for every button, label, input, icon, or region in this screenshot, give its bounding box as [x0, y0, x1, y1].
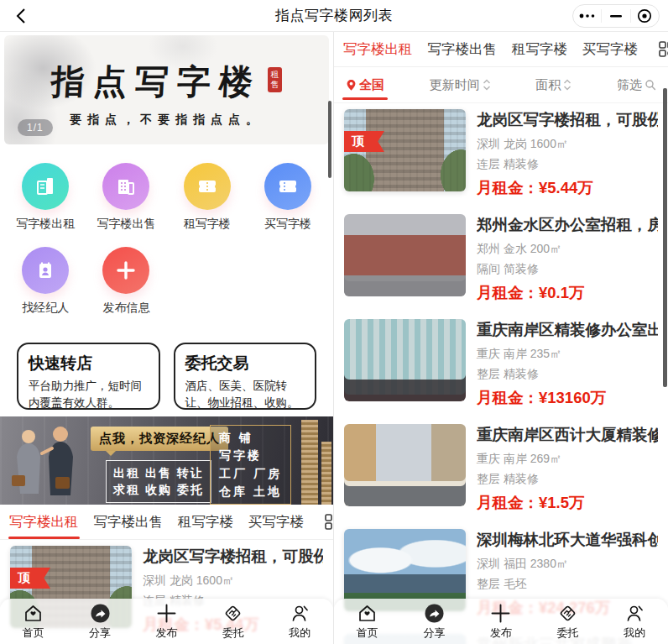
tabbar-label: 分享 [89, 626, 111, 641]
gold-tower-graphic [321, 442, 331, 505]
filter-update-time[interactable]: 更新时间 [430, 67, 491, 102]
profile-icon [624, 603, 645, 624]
businessmen-illustration [5, 423, 89, 500]
listing-meta: 深圳 福田 2380㎡ [477, 557, 658, 572]
tabbar-share[interactable]: 分享 [66, 599, 133, 644]
tab-office-rent[interactable]: 写字楼出租 [2, 513, 86, 531]
tabbar-entrust[interactable]: 委托 [200, 599, 266, 644]
quick-icon-rent-office[interactable]: 租写字楼 [167, 163, 248, 232]
scrollbar-left[interactable] [328, 101, 331, 178]
scrollbar-right[interactable] [663, 88, 667, 387]
quick-icon-label: 租写字楼 [184, 217, 231, 232]
ad-category: 工厂 厂房 [219, 465, 282, 483]
tab-office-rent[interactable]: 写字楼出租 [336, 40, 420, 59]
quick-icon-publish-info[interactable]: 发布信息 [86, 247, 166, 316]
tabbar-label: 发布 [490, 626, 512, 641]
listing-price: 月租金：¥0.1万 [477, 282, 658, 303]
entrust-handshake-icon [557, 603, 578, 624]
quick-icon-office-sale[interactable]: 写字楼出售 [86, 163, 166, 232]
list-panel: 写字楼出租 写字楼出售 租写字楼 买写字楼 全国 更新时间 [334, 32, 668, 644]
promo-desc: 酒店、医美、医院转让、物业招租、收购。 [185, 378, 305, 411]
home-panel: 指点写字楼 租售 要指点，不要指指点点。 1/1 写字楼出租 [0, 32, 334, 644]
promo-card-entrust-trade[interactable]: 委托交易 酒店、医美、医院转让、物业招租、收购。 [174, 343, 317, 410]
tabbar-profile[interactable]: 我的 [601, 599, 668, 644]
listing-meta: 深圳 龙岗 1600㎡ [477, 137, 658, 152]
minimize-icon[interactable] [605, 7, 627, 25]
page-title: 指点写字楼网列表 [0, 6, 668, 25]
home-icon [357, 603, 378, 624]
category-tabs-right: 写字楼出租 写字楼出售 租写字楼 买写字楼 [334, 32, 668, 67]
listing-item[interactable]: 重庆南岸区西计大厦精装修… 重庆 南岸 269㎡ 整层 精装修 月租金：¥1.5… [334, 424, 668, 513]
promo-card-quick-transfer[interactable]: 快速转店 平台助力推广，短时间内覆盖有效人群。 [17, 343, 160, 410]
tab-buy-office[interactable]: 买写字楼 [241, 513, 311, 531]
listing-tags: 隔间 简装修 [477, 262, 658, 277]
tabbar-label: 发布 [156, 626, 178, 641]
search-icon [645, 79, 656, 91]
tabbar-publish[interactable]: 发布 [133, 599, 200, 644]
quick-icon-find-agent[interactable]: 找经纪人 [5, 247, 86, 316]
listing-meta: 深圳 龙岗 1600㎡ [143, 573, 323, 589]
buy-office-icon [264, 163, 311, 210]
tabbar-publish[interactable]: 发布 [467, 599, 535, 644]
all-categories-icon[interactable] [325, 512, 334, 532]
close-icon[interactable] [634, 7, 655, 25]
quick-icon-label: 发布信息 [102, 301, 149, 316]
listing-photo: 顶 [344, 109, 466, 191]
filter-bar: 全国 更新时间 面积 筛选 [334, 67, 668, 103]
share-icon [424, 603, 445, 624]
office-rent-icon [22, 163, 69, 210]
tabbar-label: 委托 [557, 626, 579, 641]
tab-rent-office[interactable]: 租写字楼 [170, 513, 241, 531]
more-menu-icon[interactable] [577, 7, 598, 25]
tabbar-entrust[interactable]: 委托 [535, 599, 602, 644]
tabbar-home[interactable]: 首页 [0, 599, 66, 644]
filter-region[interactable]: 全国 [346, 67, 384, 102]
promo-title: 快速转店 [29, 353, 149, 374]
tabbar-home[interactable]: 首页 [334, 599, 401, 644]
sort-arrows-icon [563, 79, 571, 91]
listing-photo [344, 319, 466, 401]
tab-rent-office[interactable]: 租写字楼 [504, 40, 575, 59]
gold-tower-graphic [301, 420, 318, 505]
quick-icon-label: 写字楼出租 [16, 217, 75, 232]
quick-icon-buy-office[interactable]: 买写字楼 [248, 163, 328, 232]
listing-title: 深圳梅林北环大道华强科创… [477, 529, 658, 550]
tab-buy-office[interactable]: 买写字楼 [575, 40, 645, 59]
share-icon [90, 603, 111, 624]
tabbar-label: 我的 [289, 626, 311, 641]
agent-ad-banner[interactable]: 点我，找资深经纪人 出租 出售 转让 求租 收购 委托 商 铺 写字楼 工厂 厂… [0, 416, 333, 505]
listing-tags: 整层 毛坯 [477, 577, 658, 592]
navbar: 指点写字楼网列表 [0, 0, 668, 32]
ad-category: 写字楼 [219, 447, 282, 464]
all-categories-icon[interactable] [659, 39, 668, 60]
quick-icon-office-rent[interactable]: 写字楼出租 [5, 163, 86, 232]
tabbar-label: 首页 [357, 626, 378, 641]
ad-services-box: 出租 出售 转让 求租 收购 委托 [106, 460, 211, 503]
capsule-divider [601, 9, 602, 23]
hero-banner[interactable]: 指点写字楼 租售 要指点，不要指指点点。 1/1 [4, 35, 329, 144]
ad-categories-box: 商 铺 写字楼 工厂 厂房 仓库 土地 [210, 425, 291, 505]
ad-service-line: 出租 出售 转让 [113, 464, 204, 481]
tab-office-sale[interactable]: 写字楼出售 [420, 40, 505, 59]
promo-desc: 平台助力推广，短时间内覆盖有效人群。 [29, 378, 149, 411]
hero-calligraphy-title: 指点写字楼 [50, 59, 263, 105]
profile-icon [290, 603, 311, 624]
carousel-page-indicator: 1/1 [18, 119, 53, 136]
tab-office-sale[interactable]: 写字楼出售 [86, 513, 171, 531]
listing-item[interactable]: 重庆南岸区精装修办公室出… 重庆 南岸 235㎡ 整层 精装修 月租金：¥131… [334, 319, 668, 408]
tabbar-share[interactable]: 分享 [401, 599, 468, 644]
entrust-handshake-icon [222, 603, 243, 624]
filter-more[interactable]: 筛选 [617, 67, 656, 102]
listing-list-right: 顶 龙岗区写字楼招租，可股份… 深圳 龙岗 1600㎡ 连层 精装修 月租金：¥… [334, 103, 668, 644]
filter-label: 筛选 [617, 77, 642, 93]
promo-cards: 快速转店 平台助力推广，短时间内覆盖有效人群。 委托交易 酒店、医美、医院转让、… [0, 331, 333, 410]
tabbar-label: 首页 [23, 626, 44, 641]
tabbar-profile[interactable]: 我的 [267, 599, 333, 644]
listing-item[interactable]: 郑州金水区办公室招租，房… 郑州 金水 200㎡ 隔间 简装修 月租金：¥0.1… [334, 214, 668, 303]
filter-area[interactable]: 面积 [535, 67, 571, 102]
listing-title: 郑州金水区办公室招租，房… [477, 214, 658, 235]
listing-title: 龙岗区写字楼招租，可股份… [477, 109, 658, 130]
publish-plus-icon [490, 603, 511, 624]
listing-item[interactable]: 顶 龙岗区写字楼招租，可股份… 深圳 龙岗 1600㎡ 连层 精装修 月租金：¥… [334, 109, 668, 198]
hero-tagline: 要指点，不要指指点点。 [4, 113, 329, 128]
